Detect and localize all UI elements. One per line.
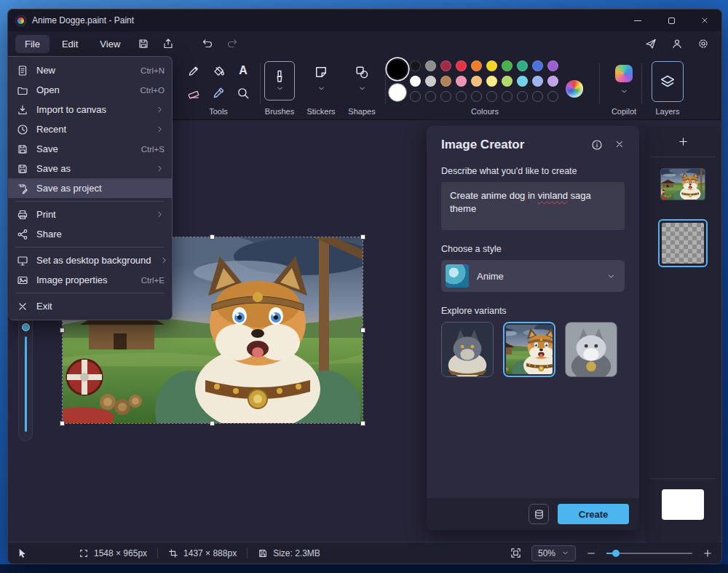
selection-handle-ne[interactable] [360, 234, 365, 240]
selection-handle-w[interactable] [60, 328, 65, 333]
variant-thumbnail-1[interactable] [441, 322, 494, 377]
colour-swatch[interactable] [471, 60, 482, 71]
file-menu-item-set-desktop[interactable]: Set as desktop background [8, 250, 172, 270]
empty-colour-slot[interactable] [547, 91, 558, 102]
selection-handle-e[interactable] [360, 328, 365, 333]
selection-handle-sw[interactable] [60, 421, 65, 426]
copilot-button[interactable] [608, 65, 640, 95]
credits-button[interactable] [529, 504, 549, 524]
close-button[interactable] [688, 9, 721, 31]
empty-colour-slot[interactable] [456, 91, 467, 102]
colour-swatch[interactable] [502, 76, 513, 87]
file-menu-button[interactable]: File [15, 35, 50, 53]
colour-swatch[interactable] [547, 60, 558, 71]
empty-colour-slot[interactable] [425, 91, 436, 102]
fit-to-screen-button[interactable] [510, 548, 521, 558]
file-menu-item-image-properties[interactable]: Image propertiesCtrl+E [8, 270, 172, 290]
colour-swatch[interactable] [517, 60, 528, 71]
create-button[interactable]: Create [558, 504, 629, 524]
colour-swatch[interactable] [532, 76, 543, 87]
edit-colours-button[interactable] [566, 80, 583, 98]
file-menu-item-share[interactable]: Share [8, 224, 172, 244]
close-panel-icon[interactable] [614, 139, 625, 151]
fill-tool[interactable] [206, 59, 231, 82]
empty-colour-slot[interactable] [410, 91, 421, 102]
selection-handle-s[interactable] [210, 421, 215, 426]
secondary-colour-swatch[interactable] [388, 83, 407, 102]
canvas-size-icon [79, 548, 89, 558]
layer-thumbnail-transparent-selected[interactable] [658, 219, 708, 267]
file-menu-item-import[interactable]: Import to canvas [8, 100, 172, 119]
selection-handle-n[interactable] [210, 234, 215, 240]
file-menu-item-open[interactable]: OpenCtrl+O [8, 80, 172, 100]
brushes-button[interactable] [264, 61, 295, 100]
add-layer-button[interactable] [673, 132, 693, 151]
quick-save-button[interactable] [132, 33, 154, 54]
background-layer-thumbnail[interactable] [662, 489, 704, 520]
zoom-slider[interactable] [606, 549, 692, 558]
empty-colour-slot[interactable] [517, 91, 528, 102]
export-button[interactable] [157, 33, 179, 54]
file-menu-item-print[interactable]: Print [8, 205, 172, 224]
zoom-slider-handle[interactable] [612, 550, 620, 557]
undo-button[interactable] [197, 33, 218, 54]
redo-icon [226, 38, 238, 50]
colour-swatch[interactable] [486, 60, 497, 71]
file-menu-item-save-as-project[interactable]: Save as project [8, 178, 172, 198]
magnifier-tool[interactable] [231, 82, 256, 104]
style-dropdown[interactable]: Anime [441, 260, 625, 292]
colour-swatch[interactable] [486, 76, 497, 87]
colour-swatch[interactable] [502, 60, 513, 71]
colour-swatch[interactable] [425, 60, 436, 71]
colour-swatch[interactable] [410, 60, 421, 71]
empty-colour-slot[interactable] [440, 91, 451, 102]
colour-swatch[interactable] [517, 76, 528, 87]
stickers-button[interactable] [305, 65, 337, 92]
empty-colour-slot[interactable] [502, 91, 513, 102]
colour-swatch[interactable] [471, 76, 482, 87]
file-menu-item-recent[interactable]: Recent [8, 119, 172, 139]
empty-colour-slot[interactable] [486, 91, 497, 102]
eraser-tool[interactable] [181, 82, 206, 104]
account-button[interactable] [666, 33, 688, 54]
view-menu-button[interactable]: View [90, 35, 130, 53]
colour-swatch[interactable] [425, 76, 436, 87]
fill-bucket-icon [212, 64, 225, 77]
text-tool[interactable]: A [231, 59, 256, 82]
colour-swatch[interactable] [532, 60, 543, 71]
pencil-tool[interactable] [181, 59, 206, 82]
empty-colour-slot[interactable] [532, 91, 543, 102]
colour-swatch[interactable] [456, 76, 467, 87]
import-icon [17, 104, 28, 116]
file-menu-item-save[interactable]: SaveCtrl+S [8, 139, 172, 159]
color-picker-tool[interactable] [206, 82, 231, 104]
primary-colour-swatch[interactable] [388, 60, 407, 79]
colour-swatch[interactable] [410, 76, 421, 87]
edit-menu-button[interactable]: Edit [52, 35, 87, 53]
layers-button[interactable] [652, 61, 684, 102]
empty-colour-slot[interactable] [471, 91, 482, 102]
selection-handle-se[interactable] [360, 421, 365, 426]
redo-button[interactable] [221, 33, 243, 54]
zoom-level-dropdown[interactable]: 50% [531, 545, 576, 561]
colour-swatch[interactable] [547, 76, 558, 87]
variant-thumbnail-3[interactable] [565, 322, 617, 377]
settings-button[interactable] [692, 33, 714, 54]
file-menu-item-new[interactable]: NewCtrl+N [8, 60, 172, 80]
layer-thumbnail-artwork[interactable] [660, 168, 705, 200]
colour-swatch[interactable] [440, 60, 451, 71]
colour-swatch[interactable] [440, 76, 451, 87]
minimize-button[interactable] [621, 9, 654, 31]
zoom-out-button[interactable] [586, 548, 596, 558]
maximize-button[interactable] [654, 9, 688, 31]
colour-swatch[interactable] [456, 60, 467, 71]
shapes-button[interactable] [346, 65, 378, 92]
file-menu-item-save-as[interactable]: Save as [8, 159, 172, 178]
info-icon[interactable] [591, 139, 603, 151]
variant-thumbnail-2-selected[interactable] [503, 322, 555, 377]
zoom-in-button[interactable] [703, 548, 713, 558]
feedback-button[interactable] [640, 33, 662, 54]
file-menu-item-exit[interactable]: Exit [8, 296, 172, 316]
prompt-input[interactable]: Create anime dog in vinland saga theme [441, 182, 625, 230]
slider-handle[interactable] [22, 323, 30, 331]
